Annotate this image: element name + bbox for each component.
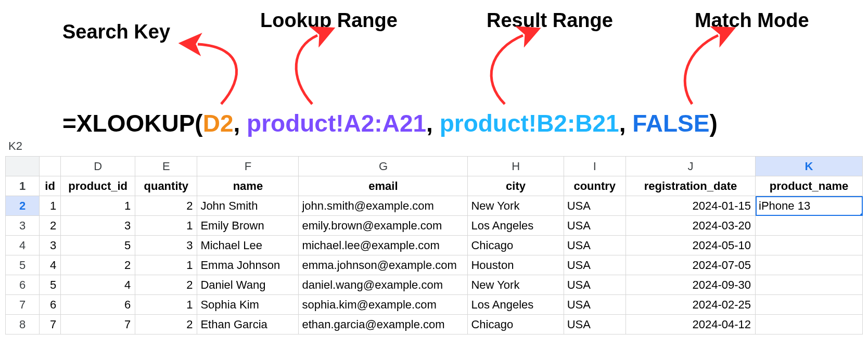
cell[interactable]: Daniel Wang [197,275,299,295]
cell[interactable]: 2 [40,216,61,236]
cell[interactable]: 5 [40,275,61,295]
row-number[interactable]: 1 [6,176,40,196]
header-reg-date[interactable]: registration_date [626,176,755,196]
row-number[interactable]: 4 [6,236,40,255]
select-all-corner[interactable] [6,157,40,176]
formula-suffix: ) [709,110,717,137]
cell[interactable]: 3 [135,236,197,255]
cell[interactable]: 2 [135,315,197,335]
cell[interactable]: New York [468,196,564,216]
header-name[interactable]: name [197,176,299,196]
cell[interactable]: 4 [40,255,61,275]
cell[interactable]: 2 [61,255,135,275]
cell[interactable]: 7 [40,315,61,335]
header-city[interactable]: city [468,176,564,196]
cell[interactable]: USA [564,275,626,295]
cell[interactable]: 3 [40,236,61,255]
active-cell[interactable]: iPhone 13 [756,196,863,216]
cell[interactable]: Los Angeles [468,216,564,236]
cell[interactable] [756,236,863,255]
cell[interactable] [756,216,863,236]
table-row: 3 2 3 1 Emily Brown emily.brown@example.… [6,216,863,236]
arrow-search-key [198,44,237,104]
cell[interactable]: 2024-05-10 [626,236,755,255]
header-row: 1 id product_id quantity name email city… [6,176,863,196]
col-letter-partial[interactable] [40,157,61,176]
cell[interactable]: 5 [61,236,135,255]
cell[interactable]: 2024-01-15 [626,196,755,216]
cell[interactable]: 1 [135,255,197,275]
table-row: 5 4 2 1 Emma Johnson emma.johnson@exampl… [6,255,863,275]
col-letter-D[interactable]: D [61,157,135,176]
row-number[interactable]: 5 [6,255,40,275]
cell[interactable]: 2 [135,275,197,295]
cell[interactable]: emily.brown@example.com [299,216,468,236]
cell[interactable]: John Smith [197,196,299,216]
row-number[interactable]: 8 [6,315,40,335]
cell[interactable]: New York [468,275,564,295]
spreadsheet[interactable]: D E F G H I J K 1 id product_id quantity… [5,156,863,335]
cell[interactable]: USA [564,196,626,216]
cell[interactable]: 1 [135,295,197,315]
table-row: 2 1 1 2 John Smith john.smith@example.co… [6,196,863,216]
col-letter-J[interactable]: J [626,157,755,176]
cell[interactable]: 6 [40,295,61,315]
cell[interactable]: USA [564,216,626,236]
cell[interactable]: 2024-03-20 [626,216,755,236]
cell[interactable] [756,315,863,335]
cell[interactable]: Michael Lee [197,236,299,255]
cell[interactable]: 1 [40,196,61,216]
grid[interactable]: D E F G H I J K 1 id product_id quantity… [5,156,863,335]
cell[interactable]: 2 [135,196,197,216]
cell[interactable]: Houston [468,255,564,275]
row-number[interactable]: 7 [6,295,40,315]
cell[interactable]: ethan.garcia@example.com [299,315,468,335]
cell[interactable] [756,255,863,275]
col-letter-F[interactable]: F [197,157,299,176]
header-email[interactable]: email [299,176,468,196]
cell[interactable]: emma.johnson@example.com [299,255,468,275]
cell[interactable]: 2024-07-05 [626,255,755,275]
cell[interactable]: Chicago [468,315,564,335]
row-number[interactable]: 3 [6,216,40,236]
cell[interactable] [756,275,863,295]
col-letter-E[interactable]: E [135,157,197,176]
row-number[interactable]: 6 [6,275,40,295]
cell[interactable]: 2024-02-25 [626,295,755,315]
col-letter-H[interactable]: H [468,157,564,176]
cell[interactable]: 4 [61,275,135,295]
cell[interactable]: 3 [61,216,135,236]
cell[interactable]: john.smith@example.com [299,196,468,216]
cell[interactable]: 6 [61,295,135,315]
header-product-id[interactable]: product_id [61,176,135,196]
row-number[interactable]: 2 [6,196,40,216]
header-product-name[interactable]: product_name [756,176,863,196]
cell[interactable]: 7 [61,315,135,335]
cell[interactable]: Emily Brown [197,216,299,236]
cell[interactable]: 2024-09-30 [626,275,755,295]
cell[interactable]: USA [564,255,626,275]
col-letter-K[interactable]: K [756,157,863,176]
cell[interactable]: USA [564,295,626,315]
cell[interactable]: daniel.wang@example.com [299,275,468,295]
cell[interactable]: 1 [135,216,197,236]
cell[interactable]: sophia.kim@example.com [299,295,468,315]
cell[interactable]: Chicago [468,236,564,255]
cell[interactable]: 2024-04-12 [626,315,755,335]
annotation-labels: Search Key Lookup Range Result Range Mat… [0,0,868,36]
cell[interactable] [756,295,863,315]
cell[interactable]: USA [564,315,626,335]
cell[interactable]: michael.lee@example.com [299,236,468,255]
header-partial[interactable]: id [40,176,61,196]
col-letter-G[interactable]: G [299,157,468,176]
cell[interactable]: Emma Johnson [197,255,299,275]
header-country[interactable]: country [564,176,626,196]
cell[interactable]: Sophia Kim [197,295,299,315]
col-letter-I[interactable]: I [564,157,626,176]
cell[interactable]: Ethan Garcia [197,315,299,335]
cell[interactable]: Los Angeles [468,295,564,315]
cell[interactable]: USA [564,236,626,255]
cell[interactable]: 1 [61,196,135,216]
name-box[interactable]: K2 [8,139,22,153]
header-quantity[interactable]: quantity [135,176,197,196]
